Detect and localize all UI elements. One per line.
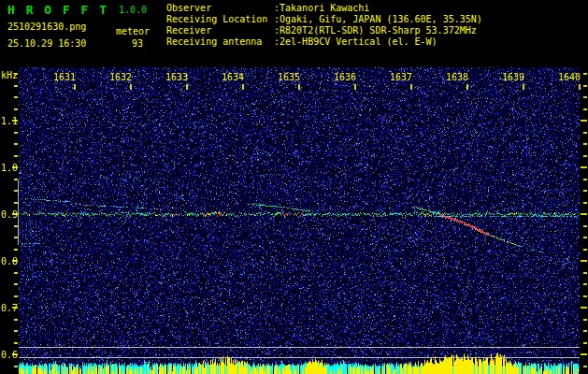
time-tick: [354, 84, 356, 90]
freq-tick-label: 0.6: [1, 350, 18, 360]
info-value: Takanori Kawachi: [280, 3, 369, 14]
time-tick: [410, 84, 412, 90]
app-title: H R O F F T: [7, 4, 108, 16]
freq-minor-tick: [583, 295, 587, 297]
freq-minor-tick: [583, 366, 587, 367]
freq-minor-tick: [583, 132, 587, 134]
time-tick-label: 1638: [440, 72, 468, 82]
time-tick-label: 1639: [496, 72, 524, 82]
freq-minor-tick: [14, 330, 18, 332]
info-row-receiver: Receiver: R820T2(RTL-SDR) SDR-Sharp 53.3…: [166, 25, 477, 36]
freq-minor-tick: [14, 366, 18, 367]
freq-minor-tick: [583, 179, 587, 180]
time-tick: [242, 84, 244, 90]
left-edge-marker: [18, 180, 19, 245]
time-tick-label: 1640: [552, 72, 581, 82]
freq-minor-tick: [14, 85, 18, 87]
info-row-location: Receiving Location: Ogaki, Gifu, JAPAN (…: [166, 14, 482, 25]
time-tick-label: 1632: [104, 72, 132, 82]
freq-minor-tick: [583, 272, 587, 274]
freq-minor-tick: [14, 132, 18, 134]
freq-tick-label: 0.8: [1, 256, 18, 266]
freq-tick-label: 0.7: [1, 303, 18, 313]
info-label: Observer: [166, 3, 274, 14]
info-value: Ogaki, Gifu, JAPAN (136.60E, 35.35N): [280, 14, 482, 25]
info-row-antenna: Receiving antenna: 2el-HB9CV Vertical (e…: [166, 36, 437, 48]
freq-minor-tick: [14, 342, 18, 344]
info-row-observer: Observer: Takanori Kawachi: [166, 3, 369, 14]
freq-minor-tick: [14, 96, 18, 98]
mode-label: meteor: [116, 27, 150, 36]
time-tick-label: 1637: [384, 72, 412, 82]
freq-minor-tick: [583, 190, 587, 192]
freq-major-tick: [581, 260, 587, 262]
freq-tick-label: 0.9: [1, 209, 18, 220]
hrofft-output: H R O F F T 1.0.0 2510291630.png meteor …: [0, 0, 588, 374]
output-filename: 2510291630.png: [7, 22, 86, 32]
freq-major-tick: [581, 120, 587, 122]
time-tick-label: 1631: [48, 72, 76, 82]
freq-minor-tick: [14, 155, 18, 157]
freq-minor-tick: [14, 73, 18, 75]
freq-tick-label: 1.1: [1, 116, 18, 126]
freq-minor-tick: [14, 319, 18, 321]
time-tick: [523, 84, 524, 90]
freq-minor-tick: [583, 225, 587, 227]
time-tick: [466, 84, 468, 90]
time-tick-label: 1634: [216, 72, 244, 82]
time-tick: [74, 84, 76, 90]
freq-minor-tick: [583, 237, 587, 238]
time-tick-label: 1633: [160, 72, 188, 82]
time-tick: [130, 84, 132, 90]
freq-minor-tick: [14, 283, 18, 285]
freq-minor-tick: [14, 108, 18, 110]
freq-major-tick: [581, 213, 587, 215]
freq-tick-label: 1.0: [1, 163, 18, 173]
freq-minor-tick: [583, 342, 587, 344]
info-label: Receiver: [166, 25, 274, 36]
freq-minor-tick: [583, 85, 587, 87]
datetime-label: 25.10.29 16:30: [7, 39, 86, 49]
time-tick: [579, 84, 581, 90]
freq-major-tick: [581, 353, 587, 355]
time-tick-label: 1635: [272, 72, 300, 82]
freq-minor-tick: [583, 319, 587, 321]
info-value: 2el-HB9CV Vertical (el. E-W): [280, 36, 437, 48]
time-tick-label: 1636: [328, 72, 356, 82]
freq-minor-tick: [583, 155, 587, 157]
freq-minor-tick: [583, 202, 587, 204]
freq-minor-tick: [583, 330, 587, 332]
info-label: Receiving antenna: [166, 36, 274, 48]
freq-minor-tick: [583, 143, 587, 145]
freq-minor-tick: [583, 249, 587, 251]
info-label: Receiving Location: [166, 14, 274, 25]
app-version: 1.0.0: [119, 6, 147, 15]
time-tick: [298, 84, 300, 90]
freq-major-tick: [581, 166, 587, 168]
freq-minor-tick: [583, 283, 587, 285]
freq-minor-tick: [14, 143, 18, 145]
time-tick: [186, 84, 188, 90]
freq-minor-tick: [583, 96, 587, 98]
freq-minor-tick: [583, 73, 587, 75]
echo-count: 93: [132, 39, 143, 49]
freq-minor-tick: [14, 249, 18, 251]
freq-minor-tick: [583, 108, 587, 110]
freq-major-tick: [581, 307, 587, 309]
spectrogram-canvas: [19, 67, 580, 374]
freq-minor-tick: [14, 295, 18, 297]
freq-minor-tick: [14, 272, 18, 274]
info-value: R820T2(RTL-SDR) SDR-Sharp 53.372MHz: [280, 25, 477, 36]
